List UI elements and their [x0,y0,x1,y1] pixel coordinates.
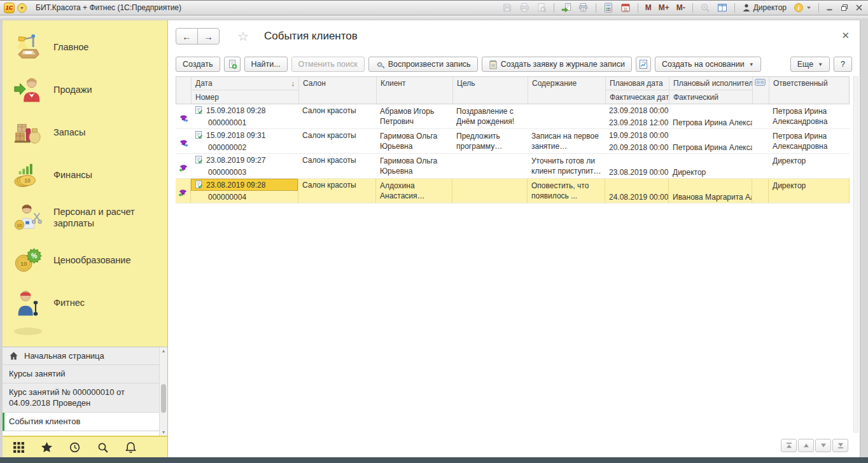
column-client-header[interactable]: Клиент [377,77,453,104]
cell-content: Записан на первое занятие программ... [528,129,605,153]
save-icon[interactable] [501,2,514,13]
user-button[interactable]: Директор [741,3,788,13]
print-preview-icon[interactable] [535,2,548,13]
print-preview-icon [536,3,547,13]
column-record-header[interactable] [753,77,769,104]
scrollbar-thumb[interactable] [161,384,166,412]
go-next-button[interactable] [815,439,831,452]
attach-file-icon[interactable] [560,2,573,13]
sidebar-item-finance[interactable]: 10Финансы [3,153,167,196]
sidebar-item-stock[interactable]: Запасы [3,111,167,153]
column-number-header[interactable]: Номер [192,90,299,104]
sidebar-item-fitness[interactable]: Фитнес [3,281,167,324]
memory-recall-button[interactable]: M [644,3,653,13]
find-button[interactable]: Найти... [244,57,288,72]
create-based-on-button[interactable]: Создать на основании▼ [655,57,761,72]
column-actual-executor-header[interactable]: Фактический [669,90,753,104]
calendar-icon: 31 [620,3,631,13]
playback-icon [375,60,385,69]
goal-value: Предложить программу "Второй... [452,129,528,151]
svg-text:i: i [798,4,800,11]
favorite-star-icon[interactable]: ☆ [237,30,249,43]
calculator-icon[interactable] [602,2,615,13]
menu-grid-icon[interactable] [13,441,25,453]
table-scrollbar[interactable] [853,76,858,432]
client-value: Абрамов Игорь Петрович [376,104,452,127]
home-page-item[interactable]: Начальная страница [3,347,167,365]
go-first-button[interactable] [781,439,797,452]
nav-item-course-doc[interactable]: Курс занятий № 000000010 от 04.09.2018 П… [3,384,167,413]
calculator-icon [603,3,613,13]
close-form-icon[interactable]: ✕ [841,31,850,40]
print-settings-icon[interactable] [577,2,590,13]
main-menu-button[interactable]: ▼ [17,3,27,13]
sidebar-item-sales[interactable]: Продажи [3,68,167,111]
memory-add-button[interactable]: M+ [657,3,671,13]
cell-record [752,179,769,203]
column-responsible-header[interactable]: Ответственный [769,77,849,104]
titlebar-separator [638,3,638,13]
scroll-down-icon[interactable]: ▼ [160,430,167,434]
playback-record-button[interactable]: Воспроизвести запись [368,57,478,72]
window-bottom-edge [0,457,868,463]
table-row[interactable]: 23.08.2019 09:28000000004Салон красотыАл… [176,179,850,204]
sidebar-item-pricing[interactable]: 10%Ценообразование [3,238,167,281]
go-last-button[interactable] [832,439,848,452]
create-journal-request-button[interactable]: Создать заявку в журнале записи [482,57,632,72]
titlebar-separator [692,3,693,13]
help-button[interactable]: ? [834,57,852,72]
column-planned-date-header[interactable]: Плановая дата [606,77,669,90]
cell-salon: Салон красоты [298,179,376,203]
zoom-in-icon[interactable] [699,2,711,13]
info-button[interactable]: i [792,2,813,13]
number-value: 000000004 [191,191,298,203]
sidebar-item-main[interactable]: Главное [3,25,167,68]
column-actual-date-header[interactable]: Фактическая дата [606,90,669,104]
scroll-up-icon[interactable]: ▲ [160,349,167,353]
titlebar-separator [554,3,554,13]
cell-goal [452,179,528,203]
table-row[interactable]: 23.08.2019 09:27000000003Салон красотыГа… [176,154,850,179]
close-button[interactable] [854,3,864,12]
page-title: События клиентов [264,30,358,43]
svg-text:10: 10 [20,259,27,266]
help-button-label: ? [841,60,845,69]
column-call-icon-header[interactable] [176,77,192,104]
split-window-icon[interactable] [716,2,729,13]
table-row[interactable]: 15.09.2018 09:31000000002Салон красотыГа… [176,129,850,154]
forward-button[interactable]: → [197,28,220,45]
create-button[interactable]: Создать [176,57,220,72]
column-salon-header[interactable]: Салон [299,77,377,104]
more-button[interactable]: Еще▼ [790,57,830,72]
user-name-label: Директор [753,3,787,12]
notifications-bell-icon[interactable] [125,441,137,453]
table-row[interactable]: 15.09.2018 09:28000000001Салон красотыАб… [176,104,850,129]
print-icon[interactable] [518,2,531,13]
restore-button[interactable] [839,3,850,12]
salon-value: Салон красоты [298,154,376,166]
history-clock-icon[interactable] [69,441,81,453]
report-button[interactable] [636,57,651,72]
nav-item-client-events[interactable]: События клиентов [3,413,167,431]
sidebar-item-hr[interactable]: 10Персонал и расчет зарплаты [3,196,167,238]
create-copy-button[interactable] [224,57,241,72]
cell-salon: Салон красоты [298,129,376,153]
nav-item-course-list[interactable]: Курсы занятий [3,365,167,384]
back-button[interactable]: ← [176,28,198,45]
column-date-header[interactable]: Дата ↓ [192,77,299,90]
history-scrollbar[interactable]: ▲ ▼ [159,347,167,436]
go-previous-icon [802,442,810,449]
minimize-button[interactable] [825,3,835,12]
column-planned-executor-header[interactable]: Плановый исполнитель [669,77,753,90]
cancel-search-button[interactable]: Отменить поиск [291,57,365,72]
search-icon[interactable] [97,441,109,453]
memory-subtract-button[interactable]: M- [675,3,687,13]
memory-recall-button-label: M [645,3,652,12]
column-content-header[interactable]: Содержание [528,77,606,104]
cell-date-number: 15.09.2018 09:28000000001 [191,104,298,128]
caret-down-icon: ▼ [749,62,754,67]
favorites-star-icon[interactable] [41,441,53,453]
calendar-icon[interactable]: 31 [619,2,632,13]
go-previous-button[interactable] [798,439,814,452]
column-goal-header[interactable]: Цель [453,77,528,104]
